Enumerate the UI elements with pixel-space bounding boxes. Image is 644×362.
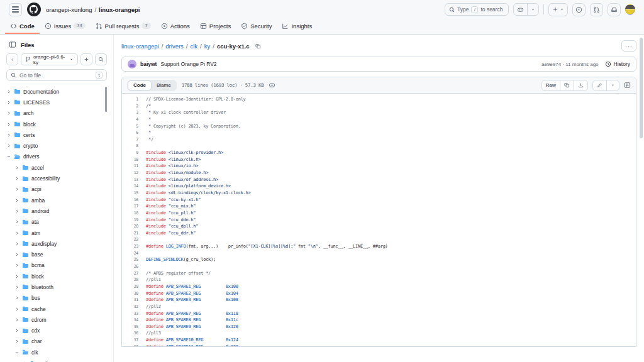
symbols-panel-icon[interactable] <box>624 82 631 89</box>
tab-security[interactable]: Security <box>236 19 277 34</box>
line-number[interactable]: 23 <box>122 243 138 250</box>
copy-file-icon[interactable] <box>560 80 574 90</box>
chevron-right-icon[interactable] <box>14 209 19 214</box>
chevron-down-icon[interactable] <box>6 154 11 159</box>
breadcrumb-link[interactable]: drivers <box>165 43 184 50</box>
line-number[interactable]: 12 <box>122 170 138 177</box>
code-line[interactable]: 11#include <linux/io.h> <box>122 163 636 170</box>
breadcrumb-link[interactable]: clk <box>190 43 197 50</box>
history-button[interactable]: History <box>605 61 630 67</box>
line-number[interactable]: 36 <box>122 330 138 337</box>
chevron-right-icon[interactable] <box>14 165 19 170</box>
line-number[interactable]: 26 <box>122 263 138 270</box>
github-logo-icon[interactable] <box>27 3 41 16</box>
line-number[interactable]: 19 <box>122 217 138 224</box>
tab-code-view[interactable]: Code <box>128 80 152 90</box>
line-number[interactable]: 31 <box>122 297 138 304</box>
copilot-caret[interactable] <box>527 4 538 15</box>
code-line[interactable]: 36//pll3 <box>122 330 636 337</box>
chevron-right-icon[interactable] <box>6 89 11 94</box>
line-number[interactable]: 3 <box>122 109 138 116</box>
tree-item-acpi[interactable]: acpi <box>0 184 113 195</box>
tab-code[interactable]: Code <box>5 19 40 34</box>
chevron-right-icon[interactable] <box>14 231 19 236</box>
tree-item-bus[interactable]: bus <box>0 293 113 304</box>
global-search-input[interactable]: Type / to search <box>445 3 509 16</box>
tree-item-block[interactable]: block <box>0 119 113 129</box>
tab-insights[interactable]: Insights <box>277 19 317 34</box>
line-number[interactable]: 2 <box>122 103 138 110</box>
copy-path-icon[interactable] <box>255 43 261 49</box>
line-number[interactable]: 30 <box>122 290 138 297</box>
user-avatar[interactable] <box>625 4 635 14</box>
code-line[interactable]: 34#define APB_SPARE8_REG 0x11c <box>122 317 636 324</box>
code-line[interactable]: 38#define APB_SPARE11_REG 0x128 <box>122 344 636 347</box>
line-number[interactable]: 13 <box>122 177 138 184</box>
pull-requests-dashboard-button[interactable] <box>590 3 603 16</box>
chevron-right-icon[interactable] <box>14 317 19 322</box>
tree-item-certs[interactable]: certs <box>0 129 113 140</box>
line-number[interactable]: 6 <box>122 129 138 136</box>
code-line[interactable]: 23#define LOG_INFO(fmt, arg...) pr_info(… <box>122 243 636 250</box>
code-line[interactable]: 29#define APB_SPARE1_REG 0x100 <box>122 283 636 290</box>
tab-actions[interactable]: Actions <box>156 19 195 34</box>
tree-item-arch[interactable]: arch <box>0 108 113 119</box>
code-line[interactable]: 22 <box>122 236 636 243</box>
chevron-right-icon[interactable] <box>14 252 19 257</box>
code-line[interactable]: 5 * Copyright (c) 2023, ky Corporation. <box>122 123 636 130</box>
search-tree-button[interactable] <box>95 53 107 65</box>
line-number[interactable]: 29 <box>122 283 138 290</box>
chevron-right-icon[interactable] <box>14 198 19 203</box>
code-line[interactable]: 33#define APB_SPARE7_REG 0x118 <box>122 310 636 317</box>
collapse-tree-button[interactable] <box>6 53 18 65</box>
chevron-right-icon[interactable] <box>6 133 11 138</box>
code-line[interactable]: 28//pll1 <box>122 277 636 283</box>
code-line[interactable]: 2/* <box>122 103 636 110</box>
tree-item-android[interactable]: android <box>0 206 113 216</box>
code-line[interactable]: 14#include <linux/platform_device.h> <box>122 183 636 190</box>
code-line[interactable]: 13#include <linux/of_address.h> <box>122 177 636 184</box>
tree-item-char[interactable]: char <box>0 336 113 347</box>
code-line[interactable]: 3 * Ky x1 clock controller driver <box>122 109 636 116</box>
line-number[interactable]: 4 <box>122 116 138 123</box>
line-number[interactable]: 28 <box>122 277 138 283</box>
line-number[interactable]: 37 <box>122 337 138 344</box>
chevron-right-icon[interactable] <box>14 241 19 246</box>
line-number[interactable]: 20 <box>122 223 138 230</box>
chevron-right-icon[interactable] <box>14 328 19 333</box>
chevron-right-icon[interactable] <box>14 285 19 290</box>
code-line[interactable]: 12#include <linux/module.h> <box>122 170 636 177</box>
tree-item-atm[interactable]: atm <box>0 228 113 238</box>
download-icon[interactable] <box>574 80 587 90</box>
edit-caret[interactable] <box>606 80 619 90</box>
line-number[interactable]: 18 <box>122 210 138 217</box>
tree-item-drivers[interactable]: drivers <box>0 151 113 162</box>
line-number[interactable]: 10 <box>122 156 138 163</box>
line-number[interactable]: 24 <box>122 250 138 257</box>
tree-item-block[interactable]: block <box>0 271 113 282</box>
go-to-file-input[interactable]: Go to file t <box>6 69 107 81</box>
line-number[interactable]: 14 <box>122 183 138 190</box>
tree-item-auxdisplay[interactable]: auxdisplay <box>0 238 113 249</box>
tree-item-cdx[interactable]: cdx <box>0 326 113 336</box>
repo-owner-link[interactable]: orangepi-xunlong <box>46 6 92 13</box>
repo-name-link[interactable]: linux-orangepi <box>99 6 140 13</box>
tree-item-cdrom[interactable]: cdrom <box>0 314 113 325</box>
line-number[interactable]: 33 <box>122 310 138 317</box>
tab-pull-requests[interactable]: Pull requests7 <box>91 19 156 34</box>
code-line[interactable]: 27/* APBS register offset */ <box>122 270 636 277</box>
code-line[interactable]: 16#include "ccu-ky-x1.h" <box>122 197 636 204</box>
code-line[interactable]: 37#define APB_SPARE10_REG 0x124 <box>122 337 636 344</box>
issues-dashboard-button[interactable] <box>572 3 586 16</box>
code-line[interactable]: 24 <box>122 250 636 257</box>
chevron-right-icon[interactable] <box>14 274 19 279</box>
chevron-right-icon[interactable] <box>14 219 19 224</box>
code-line[interactable]: 35#define APB_SPARE9_REG 0x120 <box>122 324 636 331</box>
code-line[interactable]: 15#include <dt-bindings/clock/ky-x1-cloc… <box>122 190 636 197</box>
tree-item-crypto[interactable]: crypto <box>0 140 113 151</box>
commit-author-avatar[interactable] <box>128 60 136 69</box>
copilot-button[interactable] <box>513 3 539 16</box>
code-line[interactable]: 20#include "ccu_dpll.h" <box>122 223 636 230</box>
line-number[interactable]: 22 <box>122 236 138 243</box>
tree-item-bcma[interactable]: bcma <box>0 260 113 271</box>
